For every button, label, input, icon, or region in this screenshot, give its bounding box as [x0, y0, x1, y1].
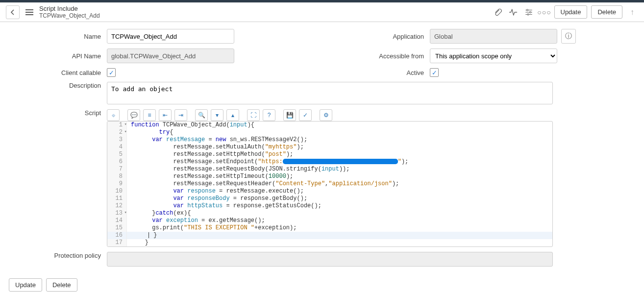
delete-button-bottom[interactable]: Delete: [46, 278, 77, 292]
back-button[interactable]: [6, 5, 20, 19]
context-menu-button[interactable]: [24, 7, 35, 17]
save-icon[interactable]: 💾: [283, 109, 296, 121]
settings-sliders-icon[interactable]: [523, 6, 535, 18]
name-input[interactable]: [107, 29, 234, 44]
header-title-block: Script Include TCPWave_Object_Add: [39, 5, 100, 19]
script-action-icon[interactable]: ⟐: [107, 109, 120, 121]
record-name-label: TCPWave_Object_Add: [39, 12, 100, 19]
name-label: Name: [9, 33, 107, 40]
accessible-from-label: Accessible from: [332, 52, 430, 60]
svg-point-2: [527, 14, 529, 15]
chevron-down-icon[interactable]: ▾: [211, 109, 223, 121]
more-actions-button[interactable]: ○○○: [539, 6, 550, 18]
protection-policy-input[interactable]: [107, 252, 553, 267]
script-toolbar: ⟐ 💬 ≡ ⇤ ⇥ 🔍 ▾ ▴ ⛶ ? 💾 ✓ ⚙: [107, 109, 553, 121]
attachment-icon[interactable]: [492, 6, 503, 18]
active-checkbox[interactable]: ✓: [430, 68, 439, 77]
activity-icon[interactable]: [507, 6, 519, 18]
fullscreen-icon[interactable]: ⛶: [247, 109, 260, 121]
chevron-up-icon[interactable]: ▴: [226, 109, 239, 121]
client-callable-checkbox[interactable]: ✓: [107, 68, 116, 77]
active-label: Active: [332, 69, 430, 76]
indent-left-icon[interactable]: ⇤: [159, 109, 172, 121]
application-label: Application: [332, 33, 430, 40]
application-info-button[interactable]: ⓘ: [561, 29, 576, 44]
record-type-label: Script Include: [39, 5, 100, 12]
syntax-check-icon[interactable]: ✓: [299, 109, 312, 121]
form-header: Script Include TCPWave_Object_Add ○○○ Up…: [0, 2, 644, 22]
comment-icon[interactable]: 💬: [127, 109, 140, 121]
redacted-url: [283, 159, 398, 164]
search-icon[interactable]: 🔍: [195, 109, 208, 121]
script-code-editor[interactable]: 1▾function TCPWave_Object_Add(input){ 2▾…: [107, 121, 553, 247]
update-button-bottom[interactable]: Update: [9, 278, 42, 292]
debug-icon[interactable]: ⚙: [320, 109, 332, 121]
indent-right-icon[interactable]: ⇥: [174, 109, 187, 121]
application-input: [430, 29, 557, 44]
script-label: Script: [9, 109, 107, 247]
client-callable-label: Client callable: [9, 69, 107, 76]
format-icon[interactable]: ≡: [143, 109, 156, 121]
update-button[interactable]: Update: [554, 5, 588, 19]
api-name-input: [107, 49, 234, 63]
svg-point-0: [526, 9, 528, 11]
scroll-up-icon[interactable]: ↑: [626, 6, 638, 18]
description-label: Description: [9, 82, 107, 104]
description-textarea[interactable]: To add an object: [107, 82, 553, 104]
accessible-from-select[interactable]: This application scope only: [430, 49, 557, 63]
protection-policy-label: Protection policy: [9, 252, 107, 267]
delete-button[interactable]: Delete: [591, 5, 622, 19]
api-name-label: API Name: [9, 52, 107, 60]
help-icon[interactable]: ?: [263, 109, 275, 121]
svg-point-1: [529, 11, 531, 13]
